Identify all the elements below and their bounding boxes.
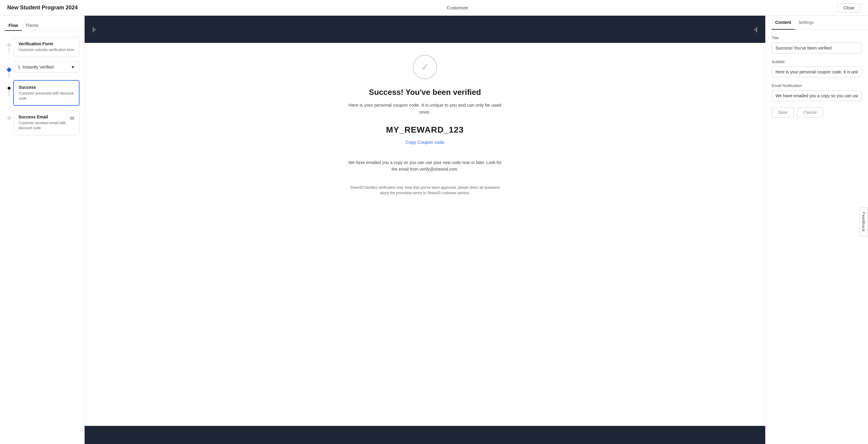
tab-flow[interactable]: Flow <box>5 21 22 31</box>
mail-icon: ✉ <box>70 115 74 122</box>
close-button[interactable]: Close <box>837 3 861 12</box>
flow-item-success[interactable]: Success Customer presented with discount… <box>13 80 80 106</box>
check-icon: ✓ <box>421 61 429 73</box>
coupon-code: MY_REWARD_123 <box>386 125 464 135</box>
flow-item-success-email-title: Success Email <box>19 115 67 119</box>
copy-coupon-link[interactable]: Copy Coupon code <box>406 139 444 145</box>
flow-dropdown-verification-method[interactable]: 1. Instantly Verified ▼ <box>13 61 80 73</box>
connector-line-1 <box>9 47 9 53</box>
preview-legal: SheerID handles verification only. Now t… <box>346 185 503 196</box>
collapse-left-button[interactable]: |‹ <box>91 25 98 34</box>
collapse-right-button[interactable]: ›| <box>752 25 759 34</box>
email-notif-input[interactable] <box>772 90 862 101</box>
right-panel-content: Title Subtitle Email Notification Save C… <box>766 30 868 444</box>
flow-item-success-desc: Customer presented with discount code <box>19 91 74 101</box>
feedback-tab[interactable]: Feedback <box>859 208 868 236</box>
flow-item-verification-form-title: Verification Form <box>19 41 74 46</box>
page-title: New Student Program 2024 <box>7 4 78 11</box>
connector-col-2 <box>5 61 13 78</box>
right-panel: Content Settings Title Subtitle Email No… <box>765 16 868 444</box>
tab-settings[interactable]: Settings <box>795 16 817 30</box>
main-layout: Flow Theme Verification Form Customer su… <box>0 16 868 444</box>
flow-item-success-email-desc: Customer receives email with discount co… <box>19 121 67 131</box>
tab-content[interactable]: Content <box>772 16 795 30</box>
preview-footer <box>85 426 765 444</box>
connector-dot-bottom <box>7 117 10 120</box>
flow-item-success-email[interactable]: Success Email Customer receives email wi… <box>13 110 80 135</box>
sidebar-content: Verification Form Customer submits verif… <box>0 31 84 444</box>
title-field-label: Title <box>772 36 862 40</box>
tab-theme[interactable]: Theme <box>22 21 42 31</box>
preview-title: Success! You've been verified <box>369 88 481 97</box>
subtitle-field-label: Subtitle <box>772 60 862 64</box>
flow-item-success-title: Success <box>19 85 74 90</box>
cancel-button[interactable]: Cancel <box>797 107 823 118</box>
right-panel-tabs: Content Settings <box>766 16 868 30</box>
sidebar-tabs: Flow Theme <box>0 16 84 31</box>
connector-line-3 <box>9 90 9 96</box>
connector-dot-top <box>7 43 10 46</box>
email-notif-field-group: Email Notification <box>772 83 862 101</box>
connector-dot-filled <box>7 87 10 90</box>
title-input[interactable] <box>772 42 862 54</box>
preview-top-bar: |‹ ›| <box>85 16 765 43</box>
connector-col-4 <box>5 110 13 120</box>
save-button[interactable]: Save <box>772 107 794 118</box>
preview-content: ✓ Success! You've been verified Here is … <box>85 43 765 426</box>
dropdown-chevron-icon: ▼ <box>71 65 75 69</box>
action-buttons: Save Cancel <box>772 107 862 118</box>
subtitle-field-group: Subtitle <box>772 60 862 77</box>
connector-line-2 <box>9 72 9 78</box>
flow-item-verification-form-desc: Customer submits verification form <box>19 47 74 53</box>
dropdown-label: 1. Instantly Verified <box>18 65 54 69</box>
flow-item-verification-form[interactable]: Verification Form Customer submits verif… <box>13 37 80 57</box>
subtitle-input[interactable] <box>772 66 862 77</box>
top-bar: New Student Program 2024 Customize Close <box>0 0 868 16</box>
email-notif-field-label: Email Notification <box>772 83 862 88</box>
connector-dot-diamond <box>7 67 12 72</box>
customize-label: Customize <box>447 5 468 10</box>
preview-subtitle: Here is your personal coupon code. It is… <box>346 102 503 116</box>
check-circle: ✓ <box>413 55 437 79</box>
preview-area: |‹ ›| ✓ Success! You've been verified He… <box>85 16 765 444</box>
sidebar: Flow Theme Verification Form Customer su… <box>0 16 85 444</box>
preview-email-note: We have emailed you a copy so you can us… <box>346 159 503 173</box>
connector-col-1 <box>5 37 13 53</box>
connector-col-3 <box>5 80 13 96</box>
title-field-group: Title <box>772 36 862 54</box>
